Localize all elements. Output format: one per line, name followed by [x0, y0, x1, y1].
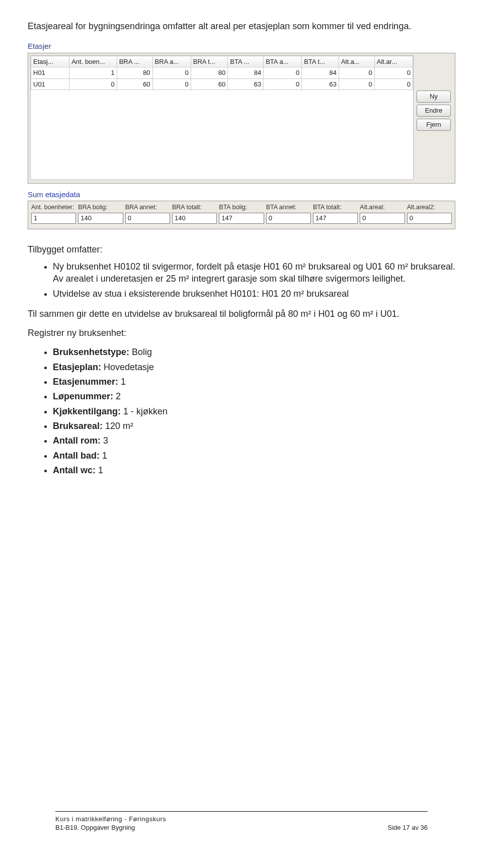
fjern-button[interactable]: Fjern	[417, 119, 451, 131]
cell: 84	[302, 67, 339, 79]
field-value: Bolig	[129, 347, 152, 357]
cell-etasj: U01	[31, 78, 69, 90]
etasjer-panel-title: Etasjer	[28, 41, 455, 51]
cell: 60	[117, 78, 152, 90]
cell: 63	[228, 78, 264, 90]
etasjer-header-row: Etasj... Ant. boen... BRA ... BRA a... B…	[31, 56, 413, 67]
field-value: 1	[100, 451, 107, 461]
list-item: Ny bruksenhet H0102 til svigermor, forde…	[53, 261, 455, 285]
sum-label: BTA annet:	[266, 203, 311, 212]
sum-label: BTA totalt:	[313, 203, 358, 212]
ny-button[interactable]: Ny	[417, 91, 451, 103]
list-item: Utvidelse av stua i eksisterende bruksen…	[53, 288, 455, 300]
cell: 0	[152, 67, 191, 79]
list-item: Kjøkkentilgang: 1 - kjøkken	[53, 405, 455, 417]
field-label: Løpenummer:	[53, 391, 113, 401]
sum-value: 0	[266, 213, 311, 224]
field-value: 3	[101, 436, 108, 446]
etasjer-panel: Etasj... Ant. boen... BRA ... BRA a... B…	[28, 53, 455, 184]
cell: 0	[339, 78, 374, 90]
cell: 80	[117, 67, 152, 79]
sum-value: 140	[172, 213, 217, 224]
field-value: 1	[118, 377, 126, 387]
sum-value: 140	[78, 213, 123, 224]
sum-label: Alt.areal2:	[407, 203, 452, 212]
cell: 0	[339, 67, 374, 79]
col-bta-a[interactable]: BTA a...	[264, 56, 302, 67]
field-label: Antall rom:	[53, 436, 101, 446]
endre-button[interactable]: Endre	[417, 105, 451, 117]
col-etasj[interactable]: Etasj...	[31, 56, 69, 67]
field-label: Bruksenhetstype:	[53, 347, 129, 357]
col-bta[interactable]: BTA ...	[228, 56, 264, 67]
sum-label: BTA bolig:	[219, 203, 264, 212]
cell: 84	[228, 67, 264, 79]
page-footer: Kurs i matrikkelføring - Føringskurs B1-…	[55, 811, 428, 832]
sum-panel-title: Sum etasjedata	[28, 190, 455, 200]
etasjer-table: Etasj... Ant. boen... BRA ... BRA a... B…	[31, 56, 413, 91]
sum-label: Alt.areal:	[360, 203, 405, 212]
field-label: Etasjeplan:	[53, 362, 101, 372]
tilbygget-heading: Tilbygget omfatter:	[28, 243, 455, 255]
col-alt-ar[interactable]: Alt.ar...	[374, 56, 413, 67]
sum-label: BRA bolig:	[78, 203, 123, 212]
sum-value: 0	[360, 213, 405, 224]
col-bra[interactable]: BRA ...	[117, 56, 152, 67]
cell: 0	[152, 78, 191, 90]
table-row[interactable]: U01 0 60 0 60 63 0 63 0 0	[31, 78, 413, 90]
field-label: Kjøkkentilgang:	[53, 406, 121, 416]
summary-text: Til sammen gir dette en utvidelse av bru…	[28, 308, 455, 320]
field-value: 1	[96, 465, 103, 475]
register-list: Bruksenhetstype: Bolig Etasjeplan: Hoved…	[28, 346, 455, 476]
tilbygget-list: Ny bruksenhet H0102 til svigermor, forde…	[28, 261, 455, 300]
sum-panel: Ant. boenheter:1 BRA bolig:140 BRA annet…	[28, 201, 455, 229]
cell-etasj: H01	[31, 67, 69, 79]
cell: 63	[302, 78, 339, 90]
field-label: Antall wc:	[53, 465, 96, 475]
col-bta-t[interactable]: BTA t...	[302, 56, 339, 67]
footer-course: Kurs i matrikkelføring - Føringskurs	[55, 815, 428, 824]
sum-value: 0	[125, 213, 170, 224]
field-value: 1 - kjøkken	[121, 406, 168, 416]
cell: 80	[191, 67, 228, 79]
field-label: Antall bad:	[53, 451, 100, 461]
sum-value: 147	[219, 213, 264, 224]
footer-left: B1-B19. Oppgaver Bygning	[55, 823, 135, 832]
field-label: Bruksareal:	[53, 421, 103, 431]
list-item: Antall rom: 3	[53, 435, 455, 447]
table-row[interactable]: H01 1 80 0 80 84 0 84 0 0	[31, 67, 413, 79]
list-item: Etasjenummer: 1	[53, 376, 455, 388]
cell: 0	[69, 78, 117, 90]
cell: 60	[191, 78, 228, 90]
sum-value: 147	[313, 213, 358, 224]
field-label: Etasjenummer:	[53, 377, 118, 387]
list-item: Etasjeplan: Hovedetasje	[53, 361, 455, 373]
cell: 0	[374, 67, 413, 79]
sum-value: 1	[31, 213, 76, 224]
list-item: Antall bad: 1	[53, 450, 455, 462]
sum-label: BRA annet:	[125, 203, 170, 212]
sum-value: 0	[407, 213, 452, 224]
field-value: Hovedetasje	[101, 362, 154, 372]
cell: 0	[264, 78, 302, 90]
field-value: 2	[113, 391, 121, 401]
register-heading: Registrer ny bruksenhet:	[28, 327, 455, 339]
col-ant-boen[interactable]: Ant. boen...	[69, 56, 117, 67]
intro-text: Etasjeareal for bygningsendringa omfatte…	[28, 20, 455, 32]
col-bra-a[interactable]: BRA a...	[152, 56, 191, 67]
cell: 0	[374, 78, 413, 90]
list-item: Antall wc: 1	[53, 464, 455, 476]
cell: 1	[69, 67, 117, 79]
field-value: 120 m²	[103, 421, 133, 431]
cell: 0	[264, 67, 302, 79]
list-item: Løpenummer: 2	[53, 390, 455, 402]
col-bra-t[interactable]: BRA t...	[191, 56, 228, 67]
sum-label: BRA totalt:	[172, 203, 217, 212]
sum-label: Ant. boenheter:	[31, 203, 76, 212]
col-alt-a[interactable]: Alt.a...	[339, 56, 374, 67]
list-item: Bruksareal: 120 m²	[53, 420, 455, 432]
list-item: Bruksenhetstype: Bolig	[53, 346, 455, 358]
footer-page: Side 17 av 36	[387, 823, 428, 832]
